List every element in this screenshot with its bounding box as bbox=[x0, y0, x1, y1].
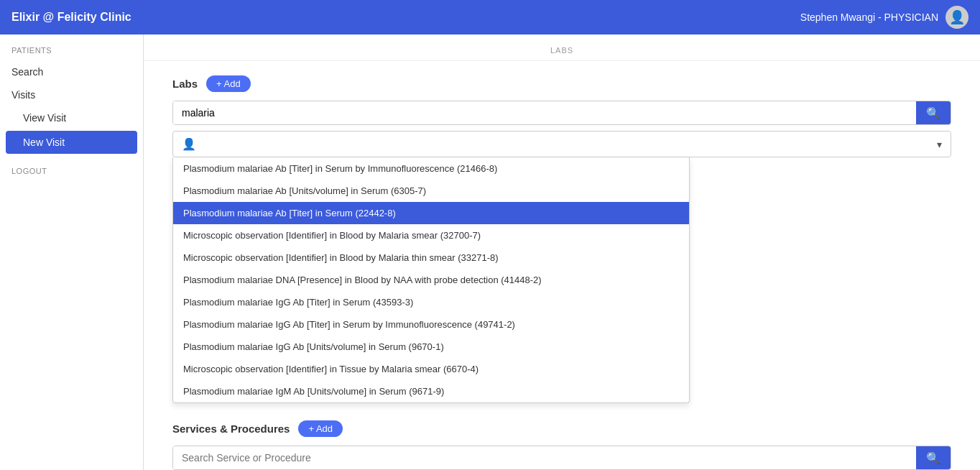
sidebar-item-new-visit[interactable]: New Visit bbox=[6, 131, 137, 154]
person-icon: 👤 bbox=[182, 137, 196, 151]
labs-dropdown-trigger[interactable]: 👤 ▾ bbox=[172, 131, 951, 157]
dropdown-item[interactable]: Microscopic observation [Identifier] in … bbox=[173, 224, 689, 246]
sidebar-item-view-visit[interactable]: View Visit bbox=[0, 106, 143, 129]
sidebar-new-visit-label: New Visit bbox=[23, 137, 65, 148]
search-icon: 🔍 bbox=[926, 107, 940, 119]
dropdown-item[interactable]: Plasmodium malariae DNA [Presence] in Bl… bbox=[173, 269, 689, 291]
labs-section-header: LABS bbox=[144, 34, 980, 61]
dropdown-item[interactable]: Plasmodium malariae IgG Ab [Units/volume… bbox=[173, 336, 689, 358]
app-layout: PATIENTS Search Visits View Visit New Vi… bbox=[0, 34, 980, 470]
dropdown-item[interactable]: Plasmodium malariae Ab [Titer] in Serum … bbox=[173, 157, 689, 180]
services-search-button[interactable]: 🔍 bbox=[916, 446, 951, 469]
labs-dropdown-list: Plasmodium malariae Ab [Titer] in Serum … bbox=[172, 157, 690, 403]
services-title: Services & Procedures bbox=[172, 423, 290, 435]
services-search-input[interactable] bbox=[173, 446, 916, 469]
patients-section-label: PATIENTS bbox=[0, 46, 143, 55]
main-content: LABS Labs + Add 🔍 👤 ▾ Plasm bbox=[144, 34, 980, 470]
dropdown-item[interactable]: Microscopic observation [Identifier] in … bbox=[173, 358, 689, 380]
dropdown-item[interactable]: Plasmodium malariae Ab [Titer] in Serum … bbox=[173, 202, 689, 224]
services-header: Services & Procedures + Add bbox=[172, 420, 951, 437]
labs-search-bar: 🔍 bbox=[172, 101, 951, 125]
app-title: Elixir @ Felicity Clinic bbox=[11, 11, 131, 24]
sidebar-item-search[interactable]: Search bbox=[0, 60, 143, 83]
avatar-icon: 👤 bbox=[949, 9, 965, 25]
labs-header: Labs + Add bbox=[172, 75, 951, 92]
labs-search-input[interactable] bbox=[173, 101, 916, 124]
dropdown-item[interactable]: Plasmodium malariae Ab [Units/volume] in… bbox=[173, 180, 689, 202]
app-header: Elixir @ Felicity Clinic Stephen Mwangi … bbox=[0, 0, 980, 34]
content-area: Labs + Add 🔍 👤 ▾ Plasmodium malariae Ab … bbox=[144, 61, 980, 470]
dropdown-item[interactable]: Plasmodium malariae IgM Ab [Units/volume… bbox=[173, 380, 689, 402]
avatar: 👤 bbox=[946, 6, 969, 29]
sidebar-item-visits[interactable]: Visits bbox=[0, 83, 143, 106]
labs-search-button[interactable]: 🔍 bbox=[916, 101, 951, 124]
labs-add-button[interactable]: + Add bbox=[206, 75, 251, 92]
dropdown-item[interactable]: Plasmodium malariae IgG Ab [Titer] in Se… bbox=[173, 291, 689, 313]
user-name-label: Stephen Mwangi - PHYSICIAN bbox=[800, 11, 938, 23]
services-search-bar: 🔍 bbox=[172, 446, 951, 470]
sidebar-view-visit-label: View Visit bbox=[23, 112, 66, 124]
sidebar-search-label: Search bbox=[11, 66, 43, 78]
chevron-down-icon: ▾ bbox=[937, 139, 942, 150]
labs-title: Labs bbox=[172, 78, 198, 90]
dropdown-item[interactable]: Microscopic observation [Identifier] in … bbox=[173, 246, 689, 269]
dropdown-item[interactable]: Plasmodium malariae IgG Ab [Titer] in Se… bbox=[173, 313, 689, 336]
services-add-button[interactable]: + Add bbox=[298, 420, 343, 437]
search-icon: 🔍 bbox=[926, 452, 940, 464]
logout-section-label: LOGOUT bbox=[0, 155, 143, 178]
sidebar: PATIENTS Search Visits View Visit New Vi… bbox=[0, 34, 144, 470]
sidebar-visits-label: Visits bbox=[11, 89, 35, 101]
user-info: Stephen Mwangi - PHYSICIAN 👤 bbox=[800, 6, 969, 29]
